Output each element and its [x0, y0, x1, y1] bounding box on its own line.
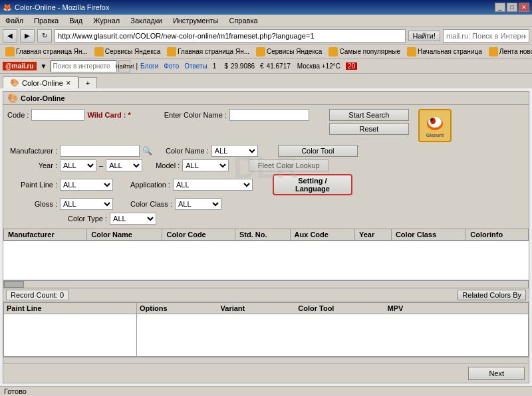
- manufacturer-search-icon[interactable]: 🔍: [142, 146, 152, 155]
- form-row-6: Color Type : ALL: [7, 213, 525, 225]
- col-manufacturer: Manufacturer: [4, 229, 87, 241]
- secondary-toolbar: @mail.ru ▼ Найти! | Блоги Фото Ответы 1 …: [0, 59, 532, 74]
- photo-link[interactable]: Фото: [164, 62, 179, 70]
- color-class-select[interactable]: ALL: [175, 198, 221, 210]
- options-panel: Options Variant Color Tool MPV: [136, 302, 529, 357]
- application-label: Application :: [130, 181, 170, 189]
- year-to-select[interactable]: ALL: [106, 159, 142, 171]
- title-bar: 🦊 Color-Online - Mozilla Firefox _ □ ✕: [0, 0, 532, 15]
- options-col-header: Options: [140, 304, 168, 312]
- browser-search-input[interactable]: [443, 29, 529, 43]
- reset-button[interactable]: Reset: [329, 123, 409, 135]
- toolbar-separator: |: [136, 62, 138, 70]
- year-from-select[interactable]: ALL: [60, 159, 96, 171]
- code-group: Code : Wild Card : *: [7, 109, 131, 121]
- col-color-class: Color Class: [391, 229, 466, 241]
- bookmark-icon-4: [329, 47, 338, 56]
- col-year: Year: [355, 229, 392, 241]
- mail-find-button[interactable]: Найти!: [118, 60, 130, 72]
- tab-color-online[interactable]: 🎨 Color-Online ✕: [3, 76, 78, 88]
- related-colors-button[interactable]: Related Colors By: [458, 290, 526, 300]
- bookmark-1[interactable]: Сервисы Яндекса: [92, 47, 163, 57]
- bookmark-4[interactable]: Самые популярные: [326, 47, 403, 57]
- color-name-group: Color Name : ALL: [166, 145, 258, 157]
- manufacturer-label: Manufacturer :: [7, 147, 57, 155]
- bookmarks-bar: Главная страница Ян... Сервисы Яндекса Г…: [0, 45, 532, 59]
- enter-color-input[interactable]: [229, 109, 309, 121]
- scrollbar-thumb[interactable]: [4, 281, 24, 288]
- manufacturer-input[interactable]: [60, 145, 140, 157]
- maximize-button[interactable]: □: [507, 3, 517, 12]
- separator-icon: ▼: [39, 62, 49, 70]
- col-color-code: Color Code: [162, 229, 235, 241]
- year-label: Year :: [7, 161, 57, 169]
- enter-color-label: Enter Color Name :: [164, 111, 227, 119]
- menu-bookmarks[interactable]: Закладки: [128, 16, 165, 25]
- options-panel-header: Options Variant Color Tool MPV: [137, 303, 528, 314]
- form-area: DLR Code : Wild Card : * Enter Color Nam…: [3, 105, 529, 229]
- model-select[interactable]: ALL: [182, 159, 229, 171]
- start-search-button[interactable]: Start Search: [329, 109, 409, 121]
- go-button[interactable]: Найти!: [408, 31, 440, 41]
- status-text: Готово: [4, 387, 27, 395]
- color-name-label: Color Name :: [166, 147, 209, 155]
- bookmark-5[interactable]: Начальная страница: [404, 47, 485, 57]
- menu-tools[interactable]: Инструменты: [170, 16, 221, 25]
- application-group: Application : ALL: [130, 179, 253, 191]
- glasurit-logo: Glasurit: [418, 109, 452, 142]
- form-row-2: Manufacturer : 🔍 Color Name : ALL Color …: [7, 145, 525, 157]
- paint-line-select[interactable]: ALL: [60, 179, 113, 191]
- color-tool-col-header: Color Tool: [298, 304, 334, 312]
- color-name-select[interactable]: ALL: [211, 145, 258, 157]
- form-row-4: Paint Line : ALL Application : ALL Setti…: [7, 174, 525, 195]
- results-table: Manufacturer Color Name Color Code Std. …: [3, 229, 529, 241]
- minimize-button[interactable]: _: [495, 3, 505, 12]
- mail-search-input[interactable]: [51, 60, 117, 72]
- color-type-select[interactable]: ALL: [110, 213, 156, 225]
- menu-help[interactable]: Справка: [226, 16, 260, 25]
- menu-edit[interactable]: Правка: [31, 16, 61, 25]
- menu-journal[interactable]: Журнал: [90, 16, 122, 25]
- tab-label: Color-Online: [22, 79, 63, 87]
- table-scrollbar[interactable]: [3, 280, 529, 288]
- bookmark-3[interactable]: Сервисы Яндекса: [253, 47, 325, 57]
- setting-group: Setting / Language: [273, 174, 352, 195]
- code-input[interactable]: [31, 109, 84, 121]
- logo-svg: Glasurit: [420, 110, 450, 141]
- col-colorinfo: Colorinfo: [466, 229, 529, 241]
- next-button[interactable]: Next: [468, 367, 525, 380]
- menu-view[interactable]: Вид: [66, 16, 85, 25]
- form-row-1: Code : Wild Card : * Enter Color Name : …: [7, 109, 525, 142]
- bottom-scrollbar[interactable]: [3, 357, 529, 363]
- year-group: Year : ALL – ALL: [7, 159, 142, 171]
- back-button[interactable]: ◀: [3, 29, 17, 43]
- color-tool-button[interactable]: Color Tool: [278, 145, 358, 157]
- bottom-panel: Paint Line Options Variant Color Tool MP…: [3, 302, 529, 357]
- gloss-select[interactable]: ALL: [60, 198, 113, 210]
- application-select[interactable]: ALL: [173, 179, 253, 191]
- menu-file[interactable]: Файл: [3, 16, 26, 25]
- setting-language-button[interactable]: Setting / Language: [273, 174, 352, 195]
- bookmark-6[interactable]: Лента новостей...: [486, 47, 532, 57]
- url-input[interactable]: [55, 29, 406, 43]
- col-color-name: Color Name: [87, 229, 162, 241]
- col-aux-code: Aux Code: [290, 229, 354, 241]
- bookmark-2[interactable]: Главная страница Ян...: [164, 47, 252, 57]
- tab-new[interactable]: +: [78, 77, 97, 88]
- color-class-label: Color Class :: [130, 200, 172, 208]
- manufacturer-group: Manufacturer : 🔍: [7, 145, 152, 157]
- bookmark-0[interactable]: Главная страница Ян...: [3, 47, 90, 57]
- variant-col-header: Variant: [221, 304, 245, 312]
- tab-close-icon[interactable]: ✕: [66, 80, 71, 86]
- blogs-link[interactable]: Блоги: [140, 62, 158, 70]
- browser-content: 🎨 Color-Online ✕ + 🎨 Color-Online DLR: [0, 74, 532, 386]
- forward-button[interactable]: ▶: [20, 29, 35, 43]
- answers-link[interactable]: Ответы: [184, 62, 207, 70]
- bookmark-icon-1: [94, 47, 104, 56]
- action-buttons: Start Search Reset: [329, 109, 409, 135]
- close-button[interactable]: ✕: [519, 3, 529, 12]
- mail-ru-logo[interactable]: @mail.ru: [3, 62, 37, 70]
- svg-point-4: [430, 118, 433, 121]
- fleet-color-button[interactable]: Fleet Color Lookup: [249, 159, 329, 171]
- refresh-button[interactable]: ↻: [37, 29, 52, 43]
